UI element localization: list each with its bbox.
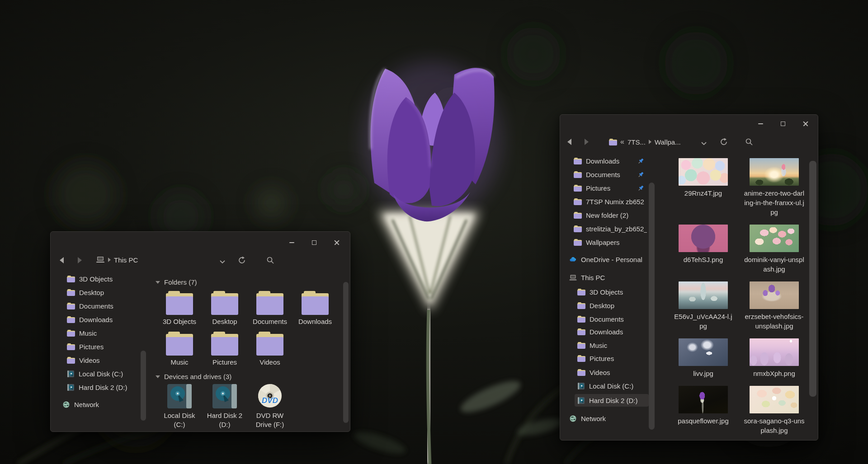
folder-icon xyxy=(574,198,582,205)
file-item[interactable]: d6TehSJ.png xyxy=(668,225,739,274)
file-item[interactable]: nmxbXph.png xyxy=(739,338,810,378)
content-scrollbar[interactable] xyxy=(343,282,349,423)
sidebar-item-local-disk-c[interactable]: Local Disk (C:) xyxy=(64,367,142,380)
back-icon[interactable] xyxy=(60,257,64,263)
close-button[interactable] xyxy=(801,119,811,129)
sidebar-item-network[interactable]: Network xyxy=(60,398,142,411)
folder-tile-downloads[interactable]: Downloads xyxy=(293,291,337,326)
drive-icon xyxy=(577,382,585,390)
sidebar-item-wallpapers[interactable]: Wallpapers xyxy=(571,236,647,248)
folder-tile-music[interactable]: Music xyxy=(157,332,202,367)
sidebar-item-desktop[interactable]: Desktop xyxy=(575,299,649,312)
drive-icon xyxy=(577,397,585,404)
crumb-separator-icon xyxy=(649,140,651,144)
sidebar-item-downloads-pinned[interactable]: Downloads xyxy=(571,155,647,167)
folder-icon xyxy=(256,332,284,356)
folder-tile-desktop[interactable]: Desktop xyxy=(203,291,247,326)
forward-icon[interactable] xyxy=(585,139,589,145)
sidebar-item-3d-objects[interactable]: 3D Objects xyxy=(575,286,649,298)
breadcrumb-computer-icon xyxy=(96,256,105,264)
folder-icon xyxy=(574,212,582,219)
file-item[interactable]: anime-zero-two-darling-in-the-franxx-ul.… xyxy=(739,158,810,217)
sidebar-item-local-disk-c[interactable]: Local Disk (C:) xyxy=(575,380,649,392)
folder-icon xyxy=(577,302,585,309)
maximize-button[interactable] xyxy=(309,238,319,248)
collapsed-crumbs[interactable]: « xyxy=(620,137,624,146)
minimize-button[interactable] xyxy=(755,119,765,129)
file-item[interactable]: dominik-vanyi-unsplash.jpg xyxy=(739,225,810,274)
group-header-folders[interactable]: Folders (7) xyxy=(156,278,197,286)
folder-tile-pictures[interactable]: Pictures xyxy=(203,332,247,367)
file-item[interactable]: sora-sagano-q3-unsplash.jpg xyxy=(739,386,810,435)
file-thumbnail xyxy=(679,386,728,413)
file-item[interactable]: erzsebet-vehofsics-unsplash.jpg xyxy=(739,281,810,331)
folder-icon xyxy=(574,225,582,232)
group-header-devices[interactable]: Devices and drives (3) xyxy=(156,373,231,380)
folder-icon xyxy=(165,332,193,356)
sidebar-item-this-pc[interactable]: This PC xyxy=(566,271,649,284)
breadcrumb[interactable]: This PC xyxy=(96,256,138,264)
breadcrumb-parent[interactable]: 7TS... xyxy=(627,138,646,146)
sidebar-item-videos[interactable]: Videos xyxy=(64,354,142,366)
file-thumbnail xyxy=(750,225,799,252)
drive-tile-dvd-f[interactable]: DVD DVD RW Drive (F:) xyxy=(248,384,292,429)
folder-icon xyxy=(577,328,585,335)
folder-icon xyxy=(67,289,75,296)
dvd-icon: DVD xyxy=(256,384,284,409)
refresh-icon[interactable] xyxy=(237,256,246,265)
file-item[interactable]: 29Rnz4T.jpg xyxy=(668,158,739,217)
sidebar-scrollbar[interactable] xyxy=(649,183,655,430)
file-item[interactable]: E56vJ_uVcAA24-l.jpg xyxy=(668,281,739,331)
file-item[interactable]: pasqueflower.jpg xyxy=(668,386,739,435)
network-icon xyxy=(569,415,577,422)
sidebar-item-onedrive[interactable]: OneDrive - Personal xyxy=(566,253,649,266)
folder-tile-documents[interactable]: Documents xyxy=(248,291,292,326)
sidebar-item-network[interactable]: Network xyxy=(566,412,649,425)
sidebar-item-hard-disk-2-d[interactable]: Hard Disk 2 (D:) xyxy=(64,381,142,394)
folder-tile-videos[interactable]: Videos xyxy=(248,332,292,367)
sidebar-item-pictures[interactable]: Pictures xyxy=(575,352,649,365)
sidebar-item-pictures[interactable]: Pictures xyxy=(64,340,142,353)
sidebar-item-3d-objects[interactable]: 3D Objects xyxy=(64,272,142,285)
folder-icon xyxy=(67,357,75,364)
sidebar-item-desktop[interactable]: Desktop xyxy=(64,286,142,299)
sidebar-item-downloads[interactable]: Downloads xyxy=(575,325,649,338)
sidebar-item-documents[interactable]: Documents xyxy=(64,300,142,312)
folder-tile-3d-objects[interactable]: 3D Objects xyxy=(157,291,202,326)
folder-icon xyxy=(574,171,582,178)
folder-icon xyxy=(67,343,75,350)
sidebar-item-videos[interactable]: Videos xyxy=(575,366,649,379)
refresh-icon[interactable] xyxy=(719,137,728,146)
hdd-icon xyxy=(165,384,193,409)
dvd-badge: DVD xyxy=(256,396,284,405)
minimize-button[interactable] xyxy=(287,238,297,248)
sidebar-item-strelitzia[interactable]: strelitzia_by_zb652_ xyxy=(571,222,647,235)
maximize-button[interactable] xyxy=(778,119,788,129)
sidebar-item-new-folder-2[interactable]: New folder (2) xyxy=(571,209,647,221)
drive-tile-local-disk-c[interactable]: Local Disk (C:) xyxy=(157,384,202,429)
sidebar-item-music[interactable]: Music xyxy=(64,327,142,339)
content-scrollbar[interactable] xyxy=(809,161,816,397)
desktop: This PC 3D Objects Desktop Documents xyxy=(0,0,868,464)
sidebar-item-downloads[interactable]: Downloads xyxy=(64,313,142,326)
sidebar-item-documents-pinned[interactable]: Documents xyxy=(571,168,647,181)
sidebar-item-hard-disk-2-d[interactable]: Hard Disk 2 (D:) xyxy=(575,394,649,407)
chevron-down-icon[interactable] xyxy=(218,258,227,267)
sidebar-item-7tsp-numix[interactable]: 7TSP Numix zb652 xyxy=(571,195,647,208)
file-item[interactable]: livv.jpg xyxy=(668,338,739,378)
search-icon[interactable] xyxy=(266,256,275,265)
breadcrumb-current[interactable]: Wallpa... xyxy=(655,138,681,146)
close-button[interactable] xyxy=(332,238,342,248)
back-icon[interactable] xyxy=(567,139,571,145)
sidebar-item-pictures-pinned[interactable]: Pictures xyxy=(571,182,647,194)
search-icon[interactable] xyxy=(745,137,754,146)
chevron-down-icon[interactable] xyxy=(699,139,708,148)
explorer-window-this-pc: This PC 3D Objects Desktop Documents xyxy=(50,231,350,432)
forward-icon[interactable] xyxy=(78,257,82,263)
sidebar-item-documents[interactable]: Documents xyxy=(575,313,649,325)
breadcrumb[interactable]: « 7TS... Wallpa... xyxy=(609,137,681,146)
breadcrumb-root[interactable]: This PC xyxy=(114,256,138,264)
drive-tile-hard-disk-2-d[interactable]: Hard Disk 2 (D:) xyxy=(203,384,247,429)
sidebar-scrollbar[interactable] xyxy=(141,351,146,421)
sidebar-item-music[interactable]: Music xyxy=(575,339,649,352)
